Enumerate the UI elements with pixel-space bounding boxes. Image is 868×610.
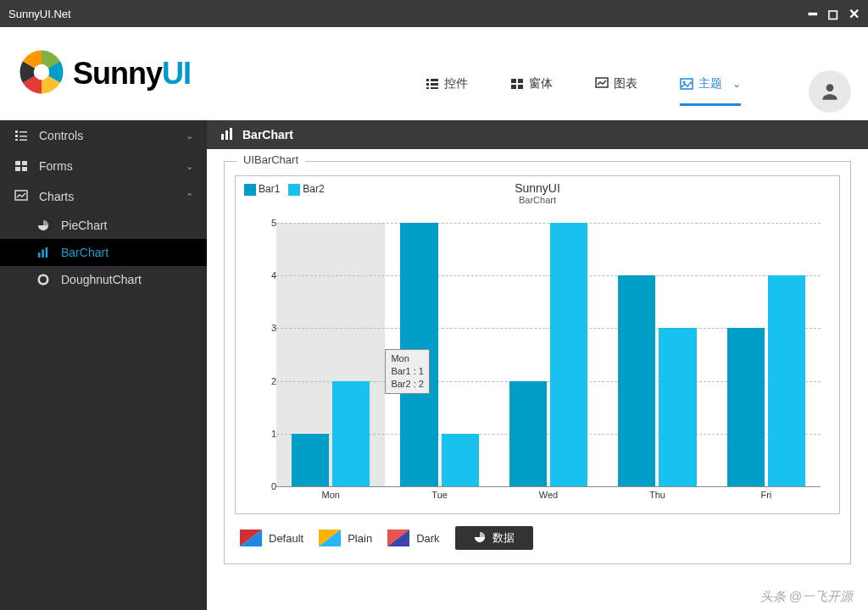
list-icon (14, 129, 29, 142)
plot-area: MonBar1 : 1Bar2 : 2 (276, 223, 821, 486)
nav-label: 主题 (698, 76, 722, 92)
windows-icon (14, 159, 29, 173)
chart-icon (14, 190, 29, 203)
sidebar-child-doughnut[interactable]: DoughnutChart (0, 266, 207, 293)
svg-point-15 (826, 84, 834, 92)
swatch-icon (244, 184, 256, 196)
bars-icon (36, 247, 51, 258)
svg-rect-13 (681, 79, 693, 89)
svg-point-30 (39, 275, 48, 285)
svg-rect-22 (15, 161, 20, 165)
bar-group[interactable] (494, 223, 603, 486)
sidebar-child-piechart[interactable]: PieChart (0, 212, 207, 239)
logo-sunny: Sunny (73, 56, 162, 91)
maximize-button[interactable]: ◻ (827, 6, 838, 22)
svg-rect-23 (22, 161, 27, 165)
chevron-down-icon: ⌄ (732, 78, 741, 90)
svg-rect-9 (518, 79, 523, 83)
svg-rect-28 (42, 250, 44, 258)
logo: SunnyUI (17, 47, 191, 100)
sidebar-child-barchart[interactable]: BarChart (0, 239, 207, 266)
sidebar-label: Controls (39, 129, 175, 142)
bar-group[interactable] (603, 223, 711, 486)
chart-frame: UIBarChart Bar1 Bar2 SunnyUI BarChart 01… (224, 161, 851, 564)
x-tick: Fri (712, 490, 821, 505)
chevron-down-icon: ⌄ (186, 130, 193, 141)
bar[interactable] (509, 381, 547, 486)
data-button[interactable]: 数据 (455, 526, 533, 550)
bar-group[interactable] (276, 223, 385, 486)
frame-title: UIBarChart (236, 153, 305, 166)
bar[interactable] (442, 434, 479, 486)
gridline (276, 486, 821, 487)
svg-rect-24 (15, 167, 20, 171)
bar-group[interactable] (712, 223, 821, 486)
windows-icon (510, 77, 524, 91)
legend-item: Bar2 (288, 183, 324, 196)
bars-icon (220, 127, 234, 143)
sidebar-item-charts[interactable]: Charts ⌃ (0, 181, 207, 212)
sidebar-label: Forms (39, 159, 175, 173)
chart-title: SunnyUI (236, 176, 839, 195)
titlebar: SunnyUI.Net ━ ◻ ✕ (0, 0, 868, 27)
tooltip: MonBar1 : 1Bar2 : 2 (385, 349, 430, 394)
svg-rect-2 (426, 79, 429, 81)
nav-label: 控件 (444, 76, 468, 92)
nav-controls[interactable]: 控件 (426, 76, 468, 106)
svg-rect-3 (431, 79, 438, 81)
content-header: BarChart (207, 120, 868, 149)
svg-rect-32 (225, 130, 228, 140)
nav-forms[interactable]: 窗体 (510, 76, 553, 106)
swatch-icon (240, 530, 262, 546)
bar[interactable] (727, 328, 765, 486)
sidebar-item-controls[interactable]: Controls ⌄ (0, 120, 207, 151)
swatch-icon (387, 530, 409, 546)
sidebar: Controls ⌄ Forms ⌄ Charts ⌃ PieChart Bar… (0, 120, 207, 610)
svg-rect-25 (22, 167, 27, 171)
nav-charts[interactable]: 图表 (595, 76, 637, 106)
user-icon (819, 80, 841, 103)
theme-plain[interactable]: Plain (319, 530, 372, 546)
bar[interactable] (292, 434, 329, 486)
logo-icon (17, 47, 66, 100)
svg-rect-5 (431, 83, 438, 86)
avatar[interactable] (809, 70, 851, 113)
chart-box: Bar1 Bar2 SunnyUI BarChart 012345 MonBar… (235, 175, 840, 514)
theme-label: Dark (416, 532, 439, 545)
bar[interactable] (618, 275, 655, 486)
bar[interactable] (550, 223, 587, 486)
minimize-button[interactable]: ━ (809, 6, 817, 22)
svg-rect-20 (15, 139, 18, 141)
x-tick: Thu (603, 490, 711, 505)
chart-icon (595, 77, 609, 91)
close-button[interactable]: ✕ (849, 6, 860, 22)
nav-theme[interactable]: 主题 ⌄ (680, 76, 741, 106)
svg-rect-17 (19, 131, 27, 133)
logo-text: SunnyUI (73, 56, 191, 92)
theme-dark[interactable]: Dark (387, 530, 439, 546)
list-icon (426, 77, 439, 91)
bar[interactable] (332, 381, 370, 486)
chart-subtitle: BarChart (236, 195, 839, 205)
app-header: SunnyUI 控件 窗体 图表 主题 ⌄ (0, 27, 868, 120)
content-title: BarChart (242, 128, 293, 141)
sidebar-child-label: DoughnutChart (61, 273, 142, 286)
sidebar-child-label: BarChart (61, 246, 108, 259)
window-controls: ━ ◻ ✕ (809, 6, 860, 22)
x-tick: Tue (385, 490, 493, 505)
svg-rect-27 (38, 252, 41, 258)
sidebar-child-label: PieChart (61, 219, 107, 232)
content: BarChart UIBarChart Bar1 Bar2 SunnyUI Ba… (207, 120, 868, 610)
svg-rect-8 (511, 79, 516, 83)
svg-rect-4 (426, 83, 429, 86)
theme-label: Default (269, 532, 303, 545)
svg-rect-16 (15, 130, 18, 133)
image-icon (680, 77, 693, 91)
bar[interactable] (768, 275, 805, 486)
sidebar-item-forms[interactable]: Forms ⌄ (0, 151, 207, 181)
watermark: 头条 @一飞开源 (760, 589, 853, 605)
bar[interactable] (659, 328, 696, 486)
theme-default[interactable]: Default (240, 530, 303, 546)
x-axis: MonTueWedThuFri (276, 490, 821, 505)
svg-rect-7 (431, 87, 438, 89)
